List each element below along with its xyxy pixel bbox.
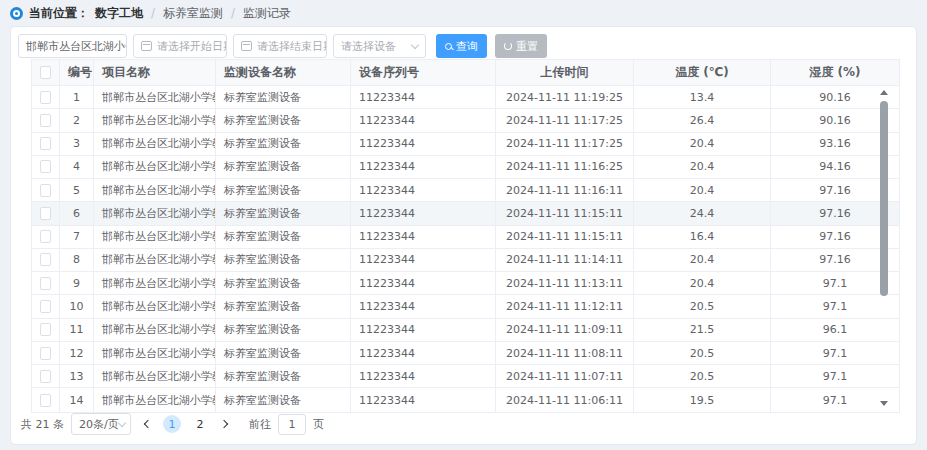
cell-no: 10: [60, 295, 94, 317]
cell-device-name: 标养室监测设备: [216, 295, 351, 317]
cell-device-name: 标养室监测设备: [216, 109, 351, 131]
cell-project-name: 邯郸市丛台区北湖小学教学楼装...: [94, 319, 216, 341]
column-header-humidity: 湿度 (%): [771, 60, 899, 85]
breadcrumb: 当前位置： 数字工地 / 标养室监测 / 监测记录: [0, 0, 927, 26]
cell-project-name: 邯郸市丛台区北湖小学教学楼装...: [94, 249, 216, 271]
cell-upload-time: 2024-11-11 11:16:25: [496, 156, 634, 178]
cell-device-name: 标养室监测设备: [216, 133, 351, 155]
query-button[interactable]: 查询: [436, 34, 487, 58]
cell-device-name: 标养室监测设备: [216, 249, 351, 271]
row-checkbox[interactable]: [40, 207, 51, 220]
cell-project-name: 邯郸市丛台区北湖小学教学楼装...: [94, 179, 216, 201]
cell-upload-time: 2024-11-11 11:15:11: [496, 226, 634, 248]
cell-no: 4: [60, 156, 94, 178]
row-checkbox[interactable]: [40, 114, 51, 127]
cell-device-name: 标养室监测设备: [216, 388, 351, 411]
row-checkbox[interactable]: [40, 253, 51, 266]
cell-device-name: 标养室监测设备: [216, 365, 351, 387]
cell-no: 7: [60, 226, 94, 248]
next-page-button[interactable]: [216, 415, 234, 433]
breadcrumb-item-monitor-records: 监测记录: [243, 5, 291, 22]
cell-serial-number: 11223344: [351, 319, 496, 341]
refresh-icon: [504, 42, 512, 50]
table-row[interactable]: 13 邯郸市丛台区北湖小学教学楼装... 标养室监测设备 11223344 20…: [32, 365, 899, 388]
records-table: 编号 项目名称 监测设备名称 设备序列号 上传时间 温度 (℃) 湿度 (%) …: [31, 59, 900, 413]
row-checkbox[interactable]: [40, 91, 51, 104]
cell-temperature: 16.4: [634, 226, 771, 248]
page-size-select[interactable]: 20条/页: [71, 413, 131, 435]
table-row[interactable]: 12 邯郸市丛台区北湖小学教学楼装... 标养室监测设备 11223344 20…: [32, 342, 899, 365]
reset-button-label: 重置: [516, 39, 538, 54]
cell-temperature: 24.4: [634, 202, 771, 224]
table-row[interactable]: 6 邯郸市丛台区北湖小学教学楼装... 标养室监测设备 11223344 202…: [32, 202, 899, 225]
column-header-temperature: 温度 (℃): [634, 60, 771, 85]
page-number-2[interactable]: 2: [191, 415, 209, 433]
table-row[interactable]: 2 邯郸市丛台区北湖小学教学楼装... 标养室监测设备 11223344 202…: [32, 109, 899, 132]
reset-button[interactable]: 重置: [495, 34, 547, 58]
table-row[interactable]: 1 邯郸市丛台区北湖小学教学楼装... 标养室监测设备 11223344 202…: [32, 86, 899, 109]
table-row[interactable]: 10 邯郸市丛台区北湖小学教学楼装... 标养室监测设备 11223344 20…: [32, 295, 899, 318]
scrollbar-thumb[interactable]: [880, 101, 888, 296]
cell-upload-time: 2024-11-11 11:14:11: [496, 249, 634, 271]
table-row[interactable]: 8 邯郸市丛台区北湖小学教学楼装... 标养室监测设备 11223344 202…: [32, 249, 899, 272]
search-icon: [445, 43, 452, 50]
cell-upload-time: 2024-11-11 11:06:11: [496, 388, 634, 411]
cell-temperature: 20.4: [634, 133, 771, 155]
row-checkbox[interactable]: [40, 230, 51, 243]
cell-temperature: 20.4: [634, 156, 771, 178]
total-count-label: 共 21 条: [21, 417, 64, 432]
row-checkbox[interactable]: [40, 277, 51, 290]
column-header-serial: 设备序列号: [351, 60, 496, 85]
device-select[interactable]: 请选择设备: [333, 34, 426, 58]
row-checkbox[interactable]: [40, 300, 51, 313]
table-row[interactable]: 4 邯郸市丛台区北湖小学教学楼装... 标养室监测设备 11223344 202…: [32, 156, 899, 179]
table-scrollbar[interactable]: [879, 90, 889, 406]
content-card: 邯郸市丛台区北湖小 请选择开始日期 请选择结束日期 请选择设备 查询 重置 编号…: [10, 26, 917, 445]
row-checkbox[interactable]: [40, 137, 51, 150]
table-row[interactable]: 9 邯郸市丛台区北湖小学教学楼装... 标养室监测设备 11223344 202…: [32, 272, 899, 295]
cell-upload-time: 2024-11-11 11:15:11: [496, 202, 634, 224]
row-checkbox[interactable]: [40, 347, 51, 360]
cell-device-name: 标养室监测设备: [216, 319, 351, 341]
table-row[interactable]: 5 邯郸市丛台区北湖小学教学楼装... 标养室监测设备 11223344 202…: [32, 179, 899, 202]
breadcrumb-separator: /: [151, 6, 155, 20]
breadcrumb-separator: /: [231, 6, 235, 20]
page-number-1[interactable]: 1: [163, 415, 181, 433]
start-date-input[interactable]: 请选择开始日期: [133, 34, 227, 58]
scroll-down-arrow-icon[interactable]: [880, 401, 888, 406]
cell-temperature: 20.4: [634, 179, 771, 201]
cell-upload-time: 2024-11-11 11:16:11: [496, 179, 634, 201]
cell-project-name: 邯郸市丛台区北湖小学教学楼装...: [94, 365, 216, 387]
cell-project-name: 邯郸市丛台区北湖小学教学楼装...: [94, 226, 216, 248]
start-date-placeholder: 请选择开始日期: [157, 39, 227, 54]
table-row[interactable]: 11 邯郸市丛台区北湖小学教学楼装... 标养室监测设备 11223344 20…: [32, 319, 899, 342]
cell-no: 3: [60, 133, 94, 155]
row-checkbox[interactable]: [40, 184, 51, 197]
cell-project-name: 邯郸市丛台区北湖小学教学楼装...: [94, 202, 216, 224]
table-row[interactable]: 14 邯郸市丛台区北湖小学教学楼装... 标养室监测设备 11223344 20…: [32, 388, 899, 411]
cell-project-name: 邯郸市丛台区北湖小学教学楼装...: [94, 342, 216, 364]
cell-serial-number: 11223344: [351, 156, 496, 178]
end-date-input[interactable]: 请选择结束日期: [233, 34, 327, 58]
row-checkbox[interactable]: [40, 323, 51, 336]
cell-device-name: 标养室监测设备: [216, 179, 351, 201]
row-checkbox[interactable]: [40, 394, 51, 407]
cell-temperature: 13.4: [634, 86, 771, 108]
location-icon: [10, 7, 23, 20]
cell-project-name: 邯郸市丛台区北湖小学教学楼装...: [94, 272, 216, 294]
cell-project-name: 邯郸市丛台区北湖小学教学楼装...: [94, 295, 216, 317]
select-all-checkbox[interactable]: [40, 66, 51, 79]
scroll-up-arrow-icon[interactable]: [880, 90, 888, 95]
row-checkbox[interactable]: [40, 370, 51, 383]
column-header-no: 编号: [60, 60, 94, 85]
row-checkbox[interactable]: [40, 160, 51, 173]
prev-page-button[interactable]: [138, 415, 156, 433]
goto-page-input[interactable]: [278, 414, 306, 435]
breadcrumb-item-curing-room-monitor[interactable]: 标养室监测: [163, 5, 223, 22]
table-row[interactable]: 7 邯郸市丛台区北湖小学教学楼装... 标养室监测设备 11223344 202…: [32, 226, 899, 249]
breadcrumb-item-digital-site[interactable]: 数字工地: [95, 5, 143, 22]
cell-serial-number: 11223344: [351, 226, 496, 248]
table-row[interactable]: 3 邯郸市丛台区北湖小学教学楼装... 标养室监测设备 11223344 202…: [32, 133, 899, 156]
cell-no: 2: [60, 109, 94, 131]
project-select[interactable]: 邯郸市丛台区北湖小: [18, 34, 127, 58]
